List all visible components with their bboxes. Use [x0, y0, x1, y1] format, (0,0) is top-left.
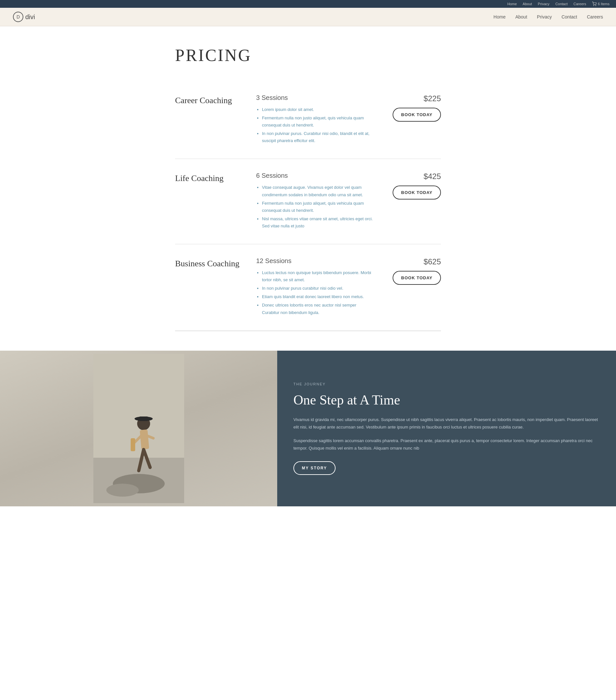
journey-title: One Step at A Time — [293, 392, 600, 408]
list-item: Nisl massa, ultrices vitae ornare sit am… — [262, 215, 373, 230]
top-bar: Home About Privacy Contact Careers 6 Ite… — [0, 0, 616, 8]
svg-rect-14 — [131, 438, 135, 451]
journey-paragraph1: Vivamus id gravida mi, nec ullamcorper p… — [293, 416, 600, 431]
pricing-details-career: 3 Sessions Lorem ipsum dolor sit amet. F… — [256, 94, 373, 146]
pricing-title: PRICING — [175, 46, 441, 65]
main-nav: D divi Home About Privacy Contact Career… — [0, 8, 616, 26]
section-divider — [175, 331, 441, 331]
cart-icon[interactable]: 6 Items — [592, 2, 609, 6]
features-list-life: Vitae consequat augue. Vivamus eget dolo… — [256, 184, 373, 230]
list-item: Luctus lectus non quisque turpis bibendu… — [262, 269, 373, 284]
pricing-details-life: 6 Sessions Vitae consequat augue. Vivamu… — [256, 172, 373, 231]
logo-text: divi — [25, 13, 35, 21]
book-button-life[interactable]: BOOK TODAY — [393, 186, 441, 200]
sessions-label-business: 12 Sessions — [256, 257, 373, 265]
list-item: Fermentum nulla non justo aliquet, quis … — [262, 114, 373, 129]
pricing-section: PRICING Career Coaching 3 Sessions Lorem… — [162, 26, 454, 344]
pricing-row-career: Career Coaching 3 Sessions Lorem ipsum d… — [175, 81, 441, 159]
pricing-row-business: Business Coaching 12 Sessions Luctus lec… — [175, 244, 441, 331]
my-story-button[interactable]: MY STORY — [293, 461, 336, 475]
features-list-career: Lorem ipsum dolor sit amet. Fermentum nu… — [256, 106, 373, 144]
svg-point-5 — [106, 484, 139, 497]
coaching-type-career: Career Coaching — [175, 94, 246, 105]
book-button-career[interactable]: BOOK TODAY — [393, 108, 441, 122]
nav-contact[interactable]: Contact — [562, 14, 577, 20]
list-item: Lorem ipsum dolor sit amet. — [262, 106, 373, 113]
list-item: Fermentum nulla non justo aliquet, quis … — [262, 200, 373, 214]
sessions-label-life: 6 Sessions — [256, 172, 373, 179]
price-career: $225 — [424, 94, 441, 103]
pricing-action-business: $625 BOOK TODAY — [383, 257, 441, 285]
pricing-row-life: Life Coaching 6 Sessions Vitae consequat… — [175, 159, 441, 244]
list-item: Vitae consequat augue. Vivamus eget dolo… — [262, 184, 373, 198]
price-business: $625 — [424, 257, 441, 266]
sessions-label-career: 3 Sessions — [256, 94, 373, 101]
list-item: In non pulvinar purus. Curabitur nisi od… — [262, 130, 373, 144]
topbar-careers[interactable]: Careers — [574, 2, 586, 6]
journey-image — [0, 351, 277, 507]
nav-privacy[interactable]: Privacy — [537, 14, 552, 20]
logo-circle: D — [13, 12, 23, 22]
list-item: Etiam quis blandit erat donec laoreet li… — [262, 293, 373, 300]
price-life: $425 — [424, 172, 441, 181]
journey-image-placeholder — [0, 351, 277, 507]
journey-subtitle: THE JOURNEY — [293, 382, 600, 386]
nav-links: Home About Privacy Contact Careers — [493, 14, 603, 20]
svg-point-1 — [595, 5, 596, 6]
features-list-business: Luctus lectus non quisque turpis bibendu… — [256, 269, 373, 316]
nav-careers[interactable]: Careers — [587, 14, 603, 20]
book-button-business[interactable]: BOOK TODAY — [393, 271, 441, 285]
nav-about[interactable]: About — [515, 14, 527, 20]
journey-section: THE JOURNEY One Step at A Time Vivamus i… — [0, 351, 616, 507]
list-item: Donec ultrices lobortis eros nec auctor … — [262, 302, 373, 316]
svg-point-0 — [594, 5, 594, 6]
pricing-action-life: $425 BOOK TODAY — [383, 172, 441, 200]
pricing-action-career: $225 BOOK TODAY — [383, 94, 441, 122]
cart-label: 6 Items — [598, 2, 609, 6]
topbar-contact[interactable]: Contact — [555, 2, 568, 6]
logo[interactable]: D divi — [13, 12, 35, 22]
topbar-privacy[interactable]: Privacy — [538, 2, 550, 6]
svg-rect-8 — [139, 416, 149, 421]
topbar-home[interactable]: Home — [508, 2, 517, 6]
coaching-type-life: Life Coaching — [175, 172, 246, 183]
pricing-details-business: 12 Sessions Luctus lectus non quisque tu… — [256, 257, 373, 317]
journey-paragraph2: Suspendisse sagittis lorem accumsan conv… — [293, 437, 600, 452]
nav-home[interactable]: Home — [493, 14, 505, 20]
coaching-type-business: Business Coaching — [175, 257, 246, 268]
journey-content: THE JOURNEY One Step at A Time Vivamus i… — [277, 351, 616, 507]
topbar-about[interactable]: About — [523, 2, 532, 6]
list-item: In non pulvinar purus curabitur nisi odi… — [262, 285, 373, 292]
